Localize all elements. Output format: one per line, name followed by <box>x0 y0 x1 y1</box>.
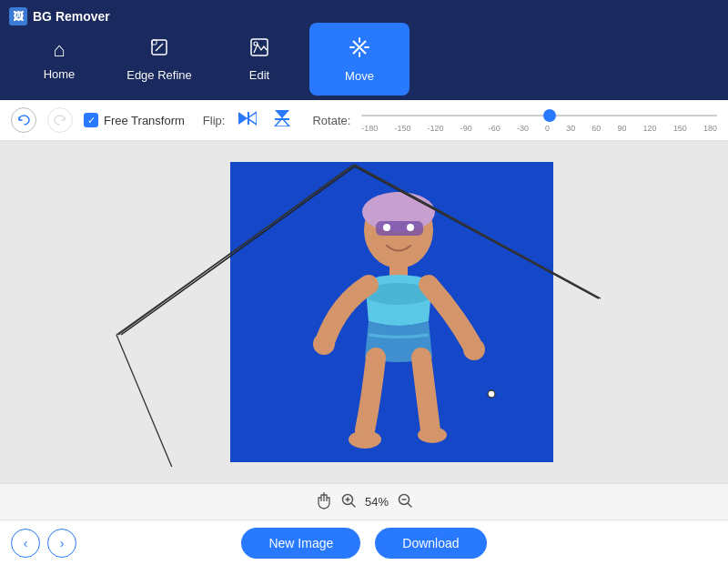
svg-line-34 <box>579 298 601 467</box>
rotate-numbers: -180 -150 -120 -90 -60 -30 0 30 60 90 12… <box>361 124 717 133</box>
svg-point-20 <box>313 333 335 355</box>
download-button[interactable]: Download <box>375 528 486 559</box>
nav-edit-label: Edit <box>249 68 269 82</box>
sidebar-item-edge-refine[interactable]: Edge Refine <box>109 23 209 96</box>
header: 🖼 BG Remover ⌂ Home Edge Refine <box>0 0 728 100</box>
edit-icon <box>249 37 269 63</box>
svg-line-38 <box>351 503 355 507</box>
new-image-button[interactable]: New Image <box>241 528 360 559</box>
svg-point-3 <box>254 42 258 45</box>
image-frame <box>230 162 553 462</box>
zoom-out-icon[interactable] <box>398 493 412 511</box>
redo-button[interactable] <box>47 107 73 133</box>
rotate-thumb[interactable] <box>543 109 556 122</box>
svg-line-28 <box>116 335 118 467</box>
free-transform-toggle[interactable]: ✓ Free Transform <box>84 113 185 127</box>
toolbar: ✓ Free Transform Flip: Rotate: <box>0 100 728 141</box>
status-bar: 54% <box>0 483 728 520</box>
app-logo: 🖼 BG Remover <box>9 7 110 25</box>
svg-line-42 <box>408 503 411 507</box>
rotate-track-row <box>361 107 717 124</box>
app-title: BG Remover <box>33 9 110 24</box>
footer-nav: ‹ › <box>11 529 76 558</box>
home-icon: ⌂ <box>53 38 65 62</box>
zoom-level: 54% <box>365 495 389 509</box>
svg-marker-4 <box>238 112 248 125</box>
sidebar-item-move[interactable]: Move <box>309 23 410 96</box>
logo-icon: 🖼 <box>9 7 27 25</box>
child-figure <box>230 162 553 462</box>
edge-refine-icon <box>149 37 169 63</box>
zoom-in-icon[interactable] <box>341 493 356 511</box>
free-transform-checkbox[interactable]: ✓ <box>84 113 98 127</box>
svg-line-33 <box>116 335 189 467</box>
svg-point-21 <box>463 338 485 360</box>
rotate-label: Rotate: <box>312 114 350 127</box>
svg-point-18 <box>383 224 390 231</box>
image-area[interactable] <box>0 141 728 483</box>
flip-vertical-button[interactable] <box>270 110 294 130</box>
move-icon <box>349 36 370 64</box>
sidebar-item-home[interactable]: ⌂ Home <box>9 23 109 96</box>
footer: ‹ › New Image Download <box>0 520 728 565</box>
next-icon: › <box>60 536 65 550</box>
sidebar-item-edit[interactable]: Edit <box>209 23 309 96</box>
nav-home-label: Home <box>44 67 76 81</box>
svg-point-17 <box>418 427 447 443</box>
prev-icon: ‹ <box>24 536 28 550</box>
nav-move-label: Move <box>345 69 374 83</box>
svg-marker-7 <box>275 110 289 118</box>
undo-button[interactable] <box>11 107 36 133</box>
free-transform-label: Free Transform <box>104 114 185 127</box>
nav-edge-refine-label: Edge Refine <box>126 68 192 82</box>
prev-button[interactable]: ‹ <box>11 529 40 558</box>
flip-label: Flip: <box>203 114 226 127</box>
flip-horizontal-button[interactable] <box>236 110 259 130</box>
hand-tool-icon[interactable] <box>316 491 332 513</box>
rotate-slider-container: -180 -150 -120 -90 -60 -30 0 30 60 90 12… <box>361 107 717 133</box>
nav-bar: ⌂ Home Edge Refine Edit <box>9 0 719 100</box>
rotate-track[interactable] <box>361 115 717 116</box>
svg-point-16 <box>349 430 381 449</box>
next-button[interactable]: › <box>47 529 76 558</box>
svg-point-19 <box>407 224 414 231</box>
main-content: ✓ Free Transform Flip: Rotate: <box>0 100 728 565</box>
svg-rect-13 <box>376 221 423 236</box>
